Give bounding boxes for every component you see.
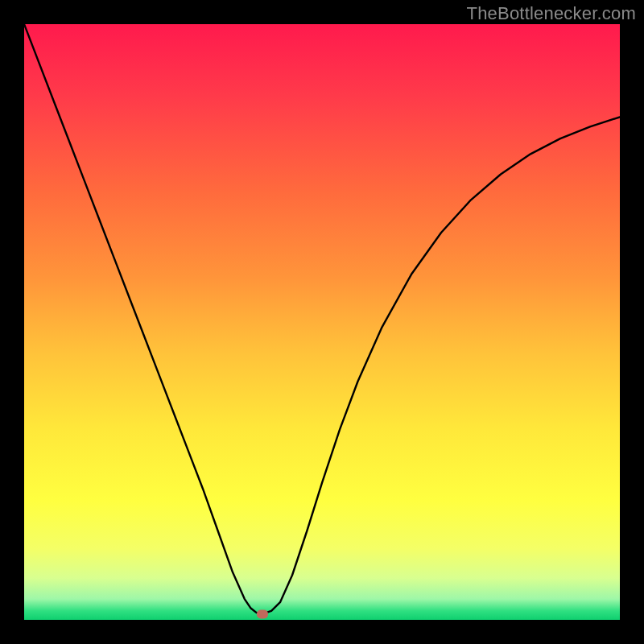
bottleneck-curve	[24, 24, 620, 620]
optimal-marker-icon	[257, 609, 268, 618]
watermark: TheBottlenecker.com	[467, 3, 636, 24]
chart-frame: TheBottlenecker.com	[0, 0, 644, 644]
plot-area	[24, 24, 620, 620]
